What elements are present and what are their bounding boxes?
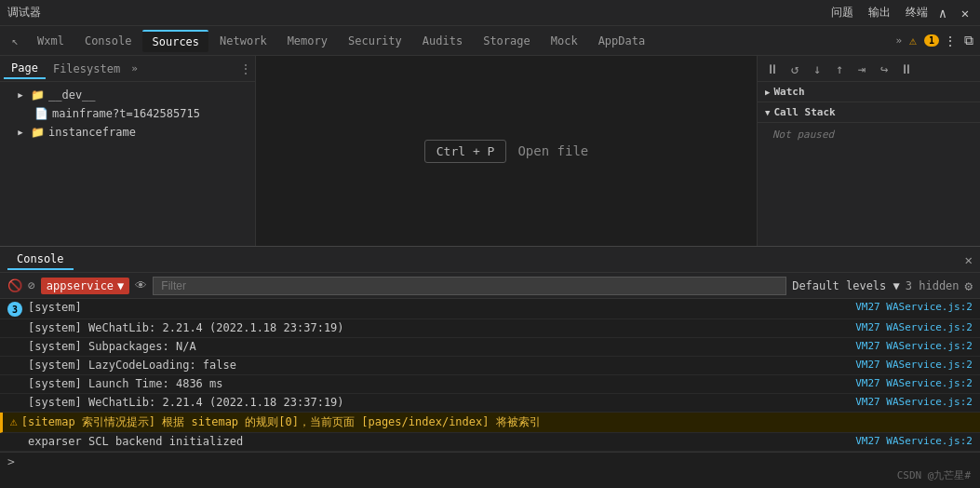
log-source-4[interactable]: VM27 WAService.js:2	[855, 377, 973, 389]
log-source-3[interactable]: VM27 WAService.js:2	[855, 359, 973, 371]
log-badge-0: 3	[7, 302, 22, 317]
tab-network[interactable]: Network	[210, 31, 276, 51]
more-tabs-button[interactable]: »	[893, 34, 906, 47]
console-header: Console ✕	[0, 247, 980, 273]
tab-console[interactable]: Console	[75, 31, 141, 51]
close-button[interactable]: ✕	[958, 6, 973, 20]
not-paused-text: Not paused	[758, 123, 980, 146]
file-tree: ▶ 📁 __dev__ 📄 mainframe?t=1642585715 ▶ 📁…	[0, 82, 255, 246]
panel-tab-filesystem[interactable]: Filesystem	[46, 60, 128, 78]
eye-button[interactable]: 👁	[135, 278, 147, 292]
log-source-2[interactable]: VM27 WAService.js:2	[855, 340, 973, 352]
call-stack-section-header[interactable]: ▼ Call Stack	[758, 102, 980, 123]
more-options-button[interactable]: ⋮	[943, 34, 958, 48]
tree-item-dev[interactable]: ▶ 📁 __dev__	[0, 86, 255, 104]
hidden-badge: 3 hidden	[906, 279, 960, 292]
appservice-label: appservice	[47, 279, 114, 292]
stop-button[interactable]: ⊘	[28, 278, 35, 292]
filter-input[interactable]	[153, 277, 786, 295]
log-text-3: [system] LazyCodeLoading: false	[28, 359, 848, 372]
tree-label-dev: __dev__	[48, 88, 96, 102]
log-source-5[interactable]: VM27 WAService.js:2	[855, 396, 973, 408]
gear-icon[interactable]: ⚙	[965, 278, 973, 293]
console-close-button[interactable]: ✕	[965, 252, 973, 267]
file-icon-mainframe: 📄	[34, 106, 48, 121]
log-text-1: [system] WeChatLib: 2.21.4 (2022.1.18 23…	[28, 321, 848, 334]
log-row-5: [system] WeChatLib: 2.21.4 (2022.1.18 23…	[0, 394, 980, 413]
tab-storage[interactable]: Storage	[474, 31, 540, 51]
main-area: Page Filesystem » ⋮ ▶ 📁 __dev__ 📄 mainfr…	[0, 56, 980, 246]
warning-row-icon: ⚠	[10, 414, 18, 428]
callstack-arrow: ▼	[765, 108, 770, 117]
appservice-dropdown-arrow: ▼	[117, 279, 124, 292]
console-tab[interactable]: Console	[7, 250, 74, 270]
pause-btn[interactable]: ⏸	[763, 61, 782, 76]
log-source-1[interactable]: VM27 WAService.js:2	[855, 321, 973, 333]
title-bar-controls: ∧ ✕	[935, 6, 973, 20]
console-input[interactable]	[20, 455, 973, 468]
console-input-row: >	[0, 452, 980, 470]
log-row-2: [system] Subpackages: N/A VM27 WAService…	[0, 338, 980, 357]
log-text-6: [sitemap 索引情况提示] 根据 sitemap 的规则[0]，当前页面 …	[21, 414, 973, 430]
tab-sources[interactable]: Sources	[142, 30, 208, 52]
menu-wenti[interactable]: 问题	[824, 5, 861, 20]
dock-button[interactable]: ⧉	[961, 33, 976, 48]
minimize-button[interactable]: ∧	[935, 6, 950, 20]
log-row-7: exparser SCL backend initialized VM27 WA…	[0, 433, 980, 452]
tab-appdata[interactable]: AppData	[589, 31, 655, 51]
clear-console-button[interactable]: 🚫	[7, 278, 22, 292]
level-select[interactable]: Default levels ▼	[792, 279, 900, 292]
log-row-1: [system] WeChatLib: 2.21.4 (2022.1.18 23…	[0, 319, 980, 338]
log-text-0: [system]	[28, 301, 848, 314]
step-into-btn[interactable]: ↑	[830, 61, 849, 76]
top-tabs-right: » ⚠ 1 ⋮ ⧉	[893, 33, 976, 48]
open-file-label: Open file	[517, 143, 588, 158]
panel-dots-button[interactable]: ⋮	[240, 62, 251, 75]
console-log: 3 [system] VM27 WAService.js:2 [system] …	[0, 299, 980, 488]
menu-output[interactable]: 输出	[861, 5, 898, 20]
left-panel: Page Filesystem » ⋮ ▶ 📁 __dev__ 📄 mainfr…	[0, 56, 256, 246]
tree-item-mainframe[interactable]: 📄 mainframe?t=1642585715	[0, 104, 255, 123]
warning-badge: 1	[924, 34, 939, 47]
log-source-7[interactable]: VM27 WAService.js:2	[855, 435, 973, 447]
log-row-3: [system] LazyCodeLoading: false VM27 WAS…	[0, 357, 980, 375]
folder-icon-instanceframe: 📁	[30, 125, 45, 140]
tree-item-instanceframe[interactable]: ▶ 📁 instanceframe	[0, 123, 255, 142]
console-prompt: >	[7, 454, 15, 468]
panel-tabs: Page Filesystem » ⋮	[0, 56, 255, 82]
tree-arrow-dev: ▶	[15, 89, 26, 101]
log-text-5: [system] WeChatLib: 2.21.4 (2022.1.18 23…	[28, 396, 848, 409]
step-back-btn[interactable]: ↪	[875, 61, 893, 76]
watermark: CSDN @九芒星#	[897, 468, 971, 482]
bottom-console: Console ✕ 🚫 ⊘ appservice ▼ 👁 Default lev…	[0, 246, 980, 488]
center-panel: Ctrl + P Open file	[256, 56, 757, 246]
watch-label: Watch	[773, 86, 804, 98]
tree-arrow-instanceframe: ▶	[15, 127, 26, 138]
open-file-hint: Ctrl + P Open file	[424, 140, 588, 163]
tab-wxml[interactable]: Wxml	[28, 31, 74, 51]
reload-btn[interactable]: ↺	[785, 61, 804, 76]
right-toolbar: ⏸ ↺ ↓ ↑ ⇥ ↪ ⏸	[758, 56, 980, 82]
tree-label-instanceframe: instanceframe	[48, 126, 136, 139]
tab-security[interactable]: Security	[339, 31, 411, 51]
watch-section-header[interactable]: ▶ Watch	[758, 82, 980, 102]
tree-label-mainframe: mainframe?t=1642585715	[52, 107, 200, 120]
step-out-btn[interactable]: ⇥	[852, 61, 871, 76]
cursor-icon[interactable]: ↖	[4, 30, 26, 52]
panel-tab-page[interactable]: Page	[4, 59, 46, 79]
appservice-select[interactable]: appservice ▼	[41, 278, 129, 294]
deactivate-btn[interactable]: ⏸	[897, 61, 916, 76]
tab-memory[interactable]: Memory	[278, 31, 337, 51]
folder-icon-dev: 📁	[30, 88, 45, 102]
tab-audits[interactable]: Audits	[413, 31, 472, 51]
log-text-7: exparser SCL backend initialized	[28, 435, 848, 448]
panel-more-button[interactable]: »	[128, 62, 141, 75]
menu-terminal[interactable]: 终端	[898, 5, 935, 20]
shortcut-kbd: Ctrl + P	[424, 140, 507, 163]
step-over-btn[interactable]: ↓	[808, 61, 826, 76]
log-source-0[interactable]: VM27 WAService.js:2	[855, 301, 973, 313]
log-row-0: 3 [system] VM27 WAService.js:2	[0, 299, 980, 319]
warning-icon: ⚠	[909, 34, 917, 47]
title-bar: 调试器 问题 输出 终端 ∧ ✕	[0, 0, 980, 26]
tab-mock[interactable]: Mock	[542, 31, 587, 51]
